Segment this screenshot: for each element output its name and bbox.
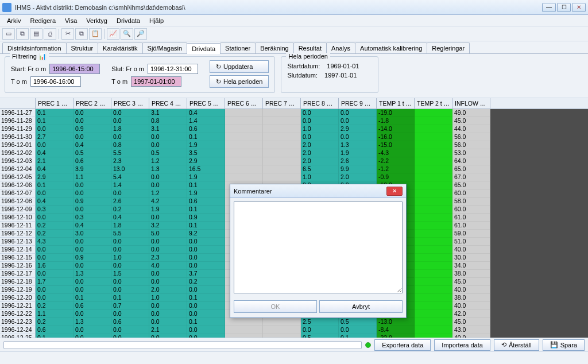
cell[interactable]: 0.0 bbox=[149, 270, 187, 278]
cell[interactable]: -16.0 bbox=[377, 133, 415, 141]
tab-struktur[interactable]: Struktur bbox=[66, 42, 99, 53]
cell[interactable]: 0.3 bbox=[36, 206, 74, 214]
cell[interactable] bbox=[415, 189, 452, 198]
cell[interactable]: 0.0 bbox=[111, 109, 149, 117]
cell[interactable]: 0.0 bbox=[111, 326, 149, 334]
cell[interactable] bbox=[225, 133, 263, 141]
cell[interactable] bbox=[415, 310, 452, 318]
cell[interactable]: 51.0 bbox=[452, 238, 490, 246]
end-from-input[interactable] bbox=[148, 64, 198, 74]
save-icon[interactable]: ▤ bbox=[30, 28, 42, 40]
cell[interactable]: 1.0 bbox=[149, 294, 187, 302]
column-header[interactable]: TEMP 2 t 11... bbox=[415, 98, 452, 109]
column-header[interactable]: PREC 3 p 3... bbox=[111, 98, 149, 109]
cell[interactable]: 0.2 bbox=[111, 206, 149, 214]
cell[interactable]: 59.0 bbox=[452, 230, 490, 238]
cell[interactable]: 0.7 bbox=[111, 302, 149, 310]
cell[interactable]: 2.0 bbox=[301, 149, 339, 157]
cell[interactable]: 30.0 bbox=[452, 254, 490, 262]
cell[interactable]: 60.0 bbox=[452, 206, 490, 214]
cell[interactable]: 2.9 bbox=[187, 157, 225, 165]
cell[interactable]: 2.9 bbox=[339, 125, 377, 133]
cell[interactable]: 67.0 bbox=[452, 173, 490, 181]
cell[interactable] bbox=[225, 109, 263, 117]
cell[interactable]: 0.0 bbox=[187, 254, 225, 262]
cell[interactable] bbox=[225, 326, 263, 334]
cell[interactable]: 1.0 bbox=[111, 254, 149, 262]
cell[interactable]: 9.2 bbox=[187, 230, 225, 238]
cell[interactable] bbox=[263, 165, 301, 173]
cell[interactable] bbox=[415, 125, 452, 133]
cell[interactable]: 2.0 bbox=[301, 157, 339, 165]
zoom-icon[interactable]: 🔍 bbox=[121, 28, 133, 40]
ok-button[interactable]: OK bbox=[234, 300, 317, 313]
column-header[interactable]: PREC 6 p 1... bbox=[225, 98, 263, 109]
cell[interactable]: 5.0 bbox=[149, 230, 187, 238]
tab-karakt-ristik[interactable]: Karaktäristik bbox=[98, 42, 143, 53]
cell[interactable] bbox=[415, 254, 452, 262]
cell[interactable]: 0.9 bbox=[74, 254, 111, 262]
cell[interactable]: 0.0 bbox=[74, 310, 111, 318]
cell[interactable]: 0.6 bbox=[36, 326, 74, 334]
cell[interactable]: 2.0 bbox=[301, 141, 339, 149]
open-icon[interactable]: ⧉ bbox=[16, 28, 29, 40]
cell[interactable] bbox=[415, 181, 452, 189]
cell[interactable]: 1.4 bbox=[187, 117, 225, 125]
cell[interactable]: 5.5 bbox=[111, 230, 149, 238]
column-header[interactable]: PREC 1 p 1... bbox=[36, 98, 74, 109]
cell[interactable]: 0.9 bbox=[74, 198, 111, 206]
cell[interactable]: 0.0 bbox=[74, 278, 111, 286]
cell[interactable]: 0.8 bbox=[111, 141, 149, 149]
cell[interactable] bbox=[415, 294, 452, 302]
cell[interactable]: 4.3 bbox=[36, 238, 74, 246]
cell[interactable]: 60.0 bbox=[452, 189, 490, 198]
cell[interactable]: 3.5 bbox=[187, 149, 225, 157]
cell[interactable]: 45.0 bbox=[452, 278, 490, 286]
cell[interactable]: 0.0 bbox=[111, 310, 149, 318]
cell[interactable] bbox=[263, 125, 301, 133]
cell[interactable]: 1.2 bbox=[149, 189, 187, 198]
cell[interactable]: -8.4 bbox=[377, 326, 415, 334]
cell[interactable]: 1.8 bbox=[111, 125, 149, 133]
cell[interactable]: 0.2 bbox=[36, 230, 74, 238]
cell[interactable]: -2.2 bbox=[377, 157, 415, 165]
cell[interactable]: -1.8 bbox=[377, 117, 415, 125]
cell[interactable]: 0.0 bbox=[149, 318, 187, 326]
cell[interactable]: -13.0 bbox=[377, 318, 415, 326]
menu-verktyg[interactable]: Verktyg bbox=[82, 16, 112, 25]
cell[interactable]: 64.0 bbox=[452, 157, 490, 165]
column-header[interactable]: PREC 2 p 3... bbox=[74, 98, 111, 109]
cell[interactable]: 0.0 bbox=[339, 109, 377, 117]
cell[interactable]: 0.0 bbox=[149, 141, 187, 149]
cell[interactable]: 61.0 bbox=[452, 214, 490, 222]
cell[interactable]: 5.5 bbox=[111, 149, 149, 157]
cell[interactable]: 0.0 bbox=[36, 294, 74, 302]
cell[interactable]: 2.3 bbox=[111, 157, 149, 165]
cell[interactable]: 0.1 bbox=[187, 181, 225, 189]
cell[interactable]: 2.1 bbox=[36, 157, 74, 165]
save-button[interactable]: 💾Spara bbox=[543, 339, 585, 351]
cell[interactable]: 1.1 bbox=[36, 310, 74, 318]
cell[interactable]: 40.0 bbox=[452, 286, 490, 294]
cell[interactable]: 0.2 bbox=[36, 318, 74, 326]
cell[interactable]: 1.9 bbox=[339, 149, 377, 157]
cell[interactable] bbox=[225, 149, 263, 157]
menu-arkiv[interactable]: Arkiv bbox=[2, 16, 25, 25]
cell[interactable]: 56.0 bbox=[452, 133, 490, 141]
cell[interactable] bbox=[415, 198, 452, 206]
cell[interactable] bbox=[225, 157, 263, 165]
comment-textarea[interactable] bbox=[234, 202, 403, 293]
cell[interactable]: 5.4 bbox=[111, 173, 149, 181]
cell[interactable]: 0.0 bbox=[339, 326, 377, 334]
cell[interactable] bbox=[225, 318, 263, 326]
cell[interactable]: 1.3 bbox=[149, 165, 187, 173]
cell[interactable]: 0.2 bbox=[187, 278, 225, 286]
cell[interactable]: -1.2 bbox=[377, 165, 415, 173]
update-button[interactable]: ↻Uppdatera bbox=[210, 60, 269, 73]
cell[interactable]: 0.2 bbox=[36, 302, 74, 310]
column-header[interactable]: PREC 4 p 3... bbox=[149, 98, 187, 109]
cell[interactable]: -4.3 bbox=[377, 149, 415, 157]
cell[interactable]: 2.1 bbox=[149, 326, 187, 334]
cell[interactable]: 0.1 bbox=[187, 222, 225, 230]
cell[interactable]: 42.0 bbox=[452, 310, 490, 318]
